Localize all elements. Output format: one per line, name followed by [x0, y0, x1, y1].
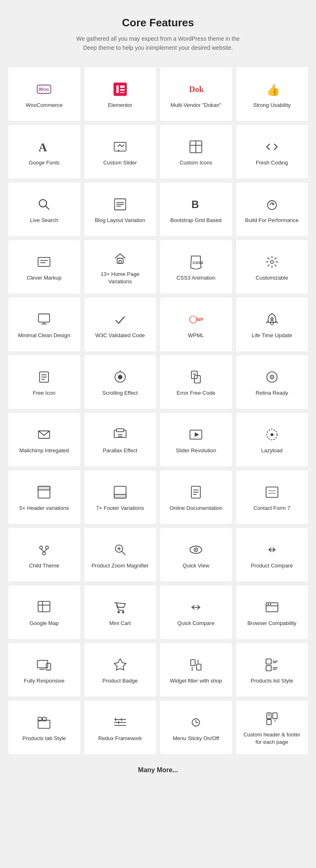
header-variations-label: 5+ Header variations [19, 505, 69, 512]
feature-card-lazyload: Lazyload [236, 413, 308, 466]
product-badge-label: Product Badge [102, 677, 138, 685]
svg-point-12 [118, 150, 119, 151]
page-title: Core Features [8, 16, 308, 29]
browser-compat-label: Browser Compability [247, 620, 296, 627]
elementor-icon [113, 81, 128, 97]
browser-compat-icon [265, 599, 279, 616]
feature-card-customizable: Customizable [236, 240, 308, 294]
feature-card-build-performance: Build For Performance [236, 183, 308, 236]
product-badge-icon [113, 657, 128, 673]
svg-point-72 [40, 546, 42, 549]
feature-card-widget-filter: Widget filter with shop [160, 643, 232, 697]
live-search-label: Live Search [30, 217, 58, 224]
svg-text:CSS3: CSS3 [193, 260, 203, 265]
svg-rect-11 [114, 150, 126, 151]
svg-point-16 [40, 199, 47, 207]
lifetime-update-label: Life Time Update [252, 332, 292, 339]
svg-text:B: B [191, 199, 199, 210]
fresh-coding-label: Fresh Coding [256, 159, 288, 167]
svg-point-94 [270, 604, 271, 605]
customizable-icon [265, 254, 279, 270]
feature-card-product-zoom: Product Zoom Magnifier [84, 528, 156, 581]
google-map-icon [37, 599, 51, 616]
strong-usability-label: Strong Usability [253, 102, 290, 109]
blog-layout-icon [113, 196, 128, 213]
feature-card-retina-ready: Retina Ready [236, 355, 308, 409]
homepage-variations-label: 13+ Home Page Variations [88, 271, 152, 285]
feature-card-woocommerce: WooWooCommerce [8, 67, 80, 121]
svg-rect-6 [120, 92, 125, 93]
feature-card-product-badge: Product Badge [84, 643, 156, 697]
products-list-style-label: Products list Style [251, 677, 293, 685]
feature-card-bootstrap-grid: BBootstrap Grid Based [160, 183, 232, 236]
feature-card-menu-sticky: Menu Sticky On/Off [160, 701, 232, 754]
svg-rect-29 [119, 261, 121, 264]
feature-card-strong-usability: 👍Strong Usability [236, 67, 308, 121]
feature-card-mini-cart: Mini Cart [84, 586, 156, 639]
quick-view-icon [188, 542, 203, 558]
free-icon-icon [37, 369, 51, 385]
lazyload-icon [265, 426, 279, 443]
svg-text:WPML: WPML [197, 317, 203, 322]
elementor-label: Elementor [108, 102, 132, 109]
error-free-label: Error Free Code [177, 389, 215, 397]
w3c-validated-icon [113, 311, 128, 328]
svg-point-88 [117, 611, 119, 613]
custom-header-footer-icon [265, 711, 279, 727]
svg-rect-32 [39, 314, 50, 322]
custom-header-footer-label: Custom header & footer for each page [240, 731, 304, 745]
redux-framework-icon [113, 714, 128, 731]
feature-card-mailchimp: Mailchimp Intregated [8, 413, 80, 466]
blog-layout-label: Blog Layout Variation [95, 217, 145, 224]
feature-card-custom-slider: Custom Slider [84, 125, 156, 178]
feature-card-scrolling-effect: Scrolling Effect [84, 355, 156, 409]
online-docs-icon [188, 484, 203, 500]
strong-usability-icon: 👍 [265, 81, 279, 97]
parallax-label: Parallax Effect [103, 447, 137, 454]
minimal-design-label: Minimal Clean Design [18, 332, 70, 339]
custom-slider-icon [113, 139, 128, 155]
fully-responsive-icon [37, 657, 51, 673]
wpml-icon: WPML [188, 311, 203, 328]
page-wrapper: Core Features We gathered all you may ex… [0, 0, 316, 790]
feature-card-error-free: Error Free Code [160, 355, 232, 409]
scrolling-effect-label: Scrolling Effect [102, 389, 138, 397]
svg-rect-85 [38, 602, 50, 612]
google-map-label: Google Map [30, 620, 59, 627]
feature-card-products-tab-style: Products tab Style [8, 701, 80, 754]
footer-variations-label: 7+ Footer Variations [96, 505, 144, 512]
product-zoom-label: Product Zoom Magnifier [91, 562, 149, 569]
feature-card-fresh-coding: Fresh Coding [236, 125, 308, 178]
slider-revolution-label: Slider Revolution [176, 447, 216, 454]
svg-marker-57 [195, 433, 200, 437]
feature-card-footer-variations: 7+ Footer Variations [84, 470, 156, 524]
multi-vendor-label: Multi-Vendor "Dokan" [171, 102, 221, 109]
feature-card-homepage-variations: 13+ Home Page Variations [84, 240, 156, 294]
svg-rect-100 [197, 664, 201, 670]
customizable-label: Customizable [256, 274, 288, 282]
child-theme-label: Child Theme [29, 562, 59, 569]
header-variations-icon [37, 484, 51, 500]
feature-card-online-docs: Online Documentation [160, 470, 232, 524]
feature-card-custom-icons: Custom Icons [160, 125, 232, 178]
feature-card-blog-layout: Blog Layout Variation [84, 183, 156, 236]
svg-line-78 [121, 551, 125, 555]
feature-card-product-compare: Product Compare [236, 528, 308, 581]
svg-rect-96 [46, 663, 51, 670]
svg-rect-71 [268, 491, 276, 493]
svg-rect-3 [116, 86, 118, 93]
svg-point-93 [267, 604, 269, 605]
products-tab-style-icon [37, 714, 51, 731]
feature-card-parallax: Parallax Effect [84, 413, 156, 466]
feature-card-contact-form7: Contact Form 7 [236, 470, 308, 524]
redux-framework-label: Redux Framework [98, 735, 142, 742]
css3-animation-label: CSS3 Animation [177, 274, 216, 282]
google-fonts-icon: A [37, 139, 51, 155]
retina-ready-label: Retina Ready [256, 389, 288, 397]
product-compare-label: Product Compare [251, 562, 293, 569]
menu-sticky-label: Menu Sticky On/Off [173, 735, 219, 742]
custom-icons-label: Custom Icons [180, 159, 212, 167]
svg-text:A: A [39, 141, 47, 154]
feature-card-products-list-style: Products list Style [236, 643, 308, 697]
feature-card-lifetime-update: Life Time Update [236, 298, 308, 351]
